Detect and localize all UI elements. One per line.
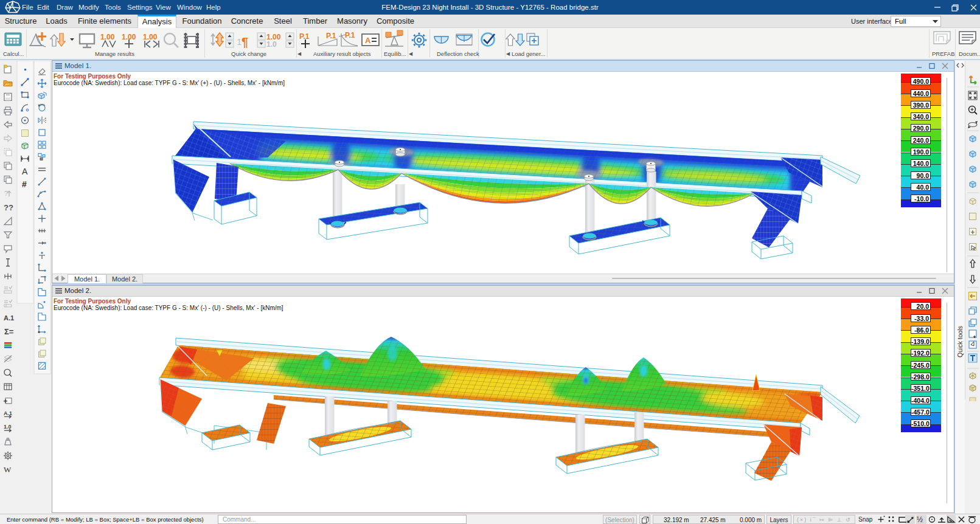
svg-text:1.00: 1.00 [143,33,158,41]
svg-text:P.1: P.1 [345,31,355,40]
svg-text:1.0: 1.0 [266,40,277,49]
svg-text:P.1: P.1 [299,32,310,41]
svg-text:??: ?? [4,203,13,212]
svg-text:W: W [4,465,12,474]
svg-text:A.1: A.1 [4,410,12,416]
svg-text:#: # [22,179,27,189]
svg-text:?: ? [4,190,8,197]
svg-text:½: ½ [917,515,923,524]
svg-text:¶: ¶ [242,35,248,49]
svg-text:P.1: P.1 [326,32,336,40]
svg-text:A: A [365,36,371,45]
svg-text:1.0: 1.0 [4,424,12,430]
svg-text:A.1: A.1 [4,314,14,322]
svg-text:Σ=: Σ= [4,327,14,336]
svg-text:1.00: 1.00 [100,33,115,41]
svg-text:A: A [22,167,28,176]
